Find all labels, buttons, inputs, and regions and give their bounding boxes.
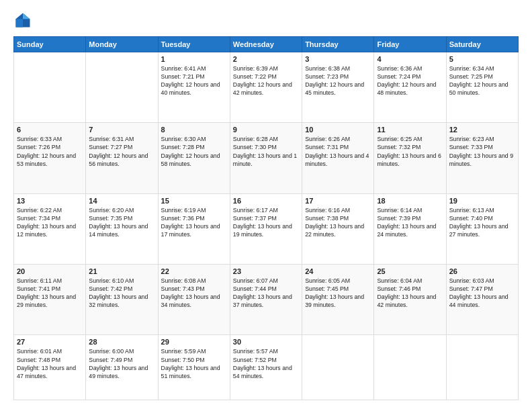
calendar-week-2: 6Sunrise: 6:33 AM Sunset: 7:26 PM Daylig… xyxy=(14,123,519,193)
day-number: 9 xyxy=(233,126,299,134)
day-number: 8 xyxy=(161,126,227,134)
day-info: Sunrise: 6:38 AM Sunset: 7:23 PM Dayligh… xyxy=(305,64,371,97)
day-info: Sunrise: 6:01 AM Sunset: 7:48 PM Dayligh… xyxy=(17,347,83,380)
calendar-week-5: 27Sunrise: 6:01 AM Sunset: 7:48 PM Dayli… xyxy=(14,335,519,400)
day-number: 30 xyxy=(233,338,299,346)
calendar-cell xyxy=(374,335,446,400)
calendar-cell: 14Sunrise: 6:20 AM Sunset: 7:35 PM Dayli… xyxy=(86,193,158,264)
calendar-cell: 16Sunrise: 6:17 AM Sunset: 7:37 PM Dayli… xyxy=(230,193,302,264)
header xyxy=(13,11,519,30)
calendar-cell: 21Sunrise: 6:10 AM Sunset: 7:42 PM Dayli… xyxy=(86,265,158,335)
calendar-cell: 30Sunrise: 5:57 AM Sunset: 7:52 PM Dayli… xyxy=(230,335,302,400)
day-info: Sunrise: 6:04 AM Sunset: 7:46 PM Dayligh… xyxy=(377,277,443,310)
day-info: Sunrise: 6:16 AM Sunset: 7:38 PM Dayligh… xyxy=(305,206,371,239)
day-number: 28 xyxy=(89,338,154,346)
day-number: 11 xyxy=(377,126,443,134)
weekday-header-row: SundayMondayTuesdayWednesdayThursdayFrid… xyxy=(14,37,519,52)
day-info: Sunrise: 6:00 AM Sunset: 7:49 PM Dayligh… xyxy=(89,347,154,380)
calendar-cell: 11Sunrise: 6:25 AM Sunset: 7:32 PM Dayli… xyxy=(374,123,446,193)
calendar-cell: 12Sunrise: 6:23 AM Sunset: 7:33 PM Dayli… xyxy=(446,123,518,193)
calendar-cell: 1Sunrise: 6:41 AM Sunset: 7:21 PM Daylig… xyxy=(158,52,230,123)
calendar-cell xyxy=(14,52,86,123)
day-info: Sunrise: 6:34 AM Sunset: 7:25 PM Dayligh… xyxy=(449,64,515,97)
weekday-header-wednesday: Wednesday xyxy=(230,37,302,52)
day-number: 20 xyxy=(17,267,83,275)
day-number: 6 xyxy=(17,126,83,134)
calendar-cell: 15Sunrise: 6:19 AM Sunset: 7:36 PM Dayli… xyxy=(158,193,230,264)
calendar-cell: 6Sunrise: 6:33 AM Sunset: 7:26 PM Daylig… xyxy=(14,123,86,193)
day-number: 15 xyxy=(161,197,227,205)
day-number: 5 xyxy=(449,55,515,63)
calendar-cell: 4Sunrise: 6:36 AM Sunset: 7:24 PM Daylig… xyxy=(374,52,446,123)
calendar-cell: 24Sunrise: 6:05 AM Sunset: 7:45 PM Dayli… xyxy=(302,265,374,335)
calendar-cell: 23Sunrise: 6:07 AM Sunset: 7:44 PM Dayli… xyxy=(230,265,302,335)
day-info: Sunrise: 6:30 AM Sunset: 7:28 PM Dayligh… xyxy=(161,135,227,168)
day-number: 18 xyxy=(377,197,443,205)
day-info: Sunrise: 6:39 AM Sunset: 7:22 PM Dayligh… xyxy=(233,64,299,97)
logo-icon xyxy=(13,11,32,30)
day-info: Sunrise: 6:05 AM Sunset: 7:45 PM Dayligh… xyxy=(305,277,371,310)
calendar-cell: 29Sunrise: 5:59 AM Sunset: 7:50 PM Dayli… xyxy=(158,335,230,400)
weekday-header-friday: Friday xyxy=(374,37,446,52)
day-info: Sunrise: 6:08 AM Sunset: 7:43 PM Dayligh… xyxy=(161,277,227,310)
day-info: Sunrise: 6:28 AM Sunset: 7:30 PM Dayligh… xyxy=(233,135,299,168)
calendar-cell: 25Sunrise: 6:04 AM Sunset: 7:46 PM Dayli… xyxy=(374,265,446,335)
calendar-cell: 19Sunrise: 6:13 AM Sunset: 7:40 PM Dayli… xyxy=(446,193,518,264)
day-number: 14 xyxy=(89,197,154,205)
calendar-week-1: 1Sunrise: 6:41 AM Sunset: 7:21 PM Daylig… xyxy=(14,52,519,123)
day-info: Sunrise: 6:20 AM Sunset: 7:35 PM Dayligh… xyxy=(89,206,154,239)
calendar-cell: 3Sunrise: 6:38 AM Sunset: 7:23 PM Daylig… xyxy=(302,52,374,123)
day-info: Sunrise: 6:17 AM Sunset: 7:37 PM Dayligh… xyxy=(233,206,299,239)
svg-marker-1 xyxy=(23,13,30,19)
day-number: 2 xyxy=(233,55,299,63)
weekday-header-thursday: Thursday xyxy=(302,37,374,52)
logo xyxy=(13,11,35,30)
weekday-header-sunday: Sunday xyxy=(14,37,86,52)
calendar-cell: 27Sunrise: 6:01 AM Sunset: 7:48 PM Dayli… xyxy=(14,335,86,400)
day-info: Sunrise: 6:25 AM Sunset: 7:32 PM Dayligh… xyxy=(377,135,443,168)
day-number: 13 xyxy=(17,197,83,205)
day-number: 25 xyxy=(377,267,443,275)
day-number: 22 xyxy=(161,267,227,275)
day-info: Sunrise: 6:31 AM Sunset: 7:27 PM Dayligh… xyxy=(89,135,154,168)
weekday-header-saturday: Saturday xyxy=(446,37,518,52)
day-info: Sunrise: 5:59 AM Sunset: 7:50 PM Dayligh… xyxy=(161,347,227,380)
day-info: Sunrise: 6:13 AM Sunset: 7:40 PM Dayligh… xyxy=(449,206,515,239)
calendar-cell: 7Sunrise: 6:31 AM Sunset: 7:27 PM Daylig… xyxy=(86,123,158,193)
day-number: 19 xyxy=(449,197,515,205)
calendar-cell: 13Sunrise: 6:22 AM Sunset: 7:34 PM Dayli… xyxy=(14,193,86,264)
page: SundayMondayTuesdayWednesdayThursdayFrid… xyxy=(0,0,532,411)
day-info: Sunrise: 6:07 AM Sunset: 7:44 PM Dayligh… xyxy=(233,277,299,310)
day-number: 23 xyxy=(233,267,299,275)
day-info: Sunrise: 6:36 AM Sunset: 7:24 PM Dayligh… xyxy=(377,64,443,97)
calendar-cell: 10Sunrise: 6:26 AM Sunset: 7:31 PM Dayli… xyxy=(302,123,374,193)
day-info: Sunrise: 6:10 AM Sunset: 7:42 PM Dayligh… xyxy=(89,277,154,310)
day-number: 3 xyxy=(305,55,371,63)
calendar-cell xyxy=(446,335,518,400)
day-number: 10 xyxy=(305,126,371,134)
calendar-cell: 8Sunrise: 6:30 AM Sunset: 7:28 PM Daylig… xyxy=(158,123,230,193)
day-info: Sunrise: 6:11 AM Sunset: 7:41 PM Dayligh… xyxy=(17,277,83,310)
day-number: 1 xyxy=(161,55,227,63)
weekday-header-tuesday: Tuesday xyxy=(158,37,230,52)
calendar-cell: 9Sunrise: 6:28 AM Sunset: 7:30 PM Daylig… xyxy=(230,123,302,193)
calendar-cell: 2Sunrise: 6:39 AM Sunset: 7:22 PM Daylig… xyxy=(230,52,302,123)
svg-marker-2 xyxy=(16,19,24,27)
day-number: 26 xyxy=(449,267,515,275)
day-info: Sunrise: 6:33 AM Sunset: 7:26 PM Dayligh… xyxy=(17,135,83,168)
day-info: Sunrise: 5:57 AM Sunset: 7:52 PM Dayligh… xyxy=(233,347,299,380)
day-info: Sunrise: 6:19 AM Sunset: 7:36 PM Dayligh… xyxy=(161,206,227,239)
day-info: Sunrise: 6:26 AM Sunset: 7:31 PM Dayligh… xyxy=(305,135,371,168)
day-number: 12 xyxy=(449,126,515,134)
calendar-cell: 22Sunrise: 6:08 AM Sunset: 7:43 PM Dayli… xyxy=(158,265,230,335)
day-number: 24 xyxy=(305,267,371,275)
day-number: 27 xyxy=(17,338,83,346)
day-number: 21 xyxy=(89,267,154,275)
calendar-cell: 18Sunrise: 6:14 AM Sunset: 7:39 PM Dayli… xyxy=(374,193,446,264)
calendar-cell: 26Sunrise: 6:03 AM Sunset: 7:47 PM Dayli… xyxy=(446,265,518,335)
day-number: 4 xyxy=(377,55,443,63)
day-number: 7 xyxy=(89,126,154,134)
day-info: Sunrise: 6:14 AM Sunset: 7:39 PM Dayligh… xyxy=(377,206,443,239)
calendar-week-4: 20Sunrise: 6:11 AM Sunset: 7:41 PM Dayli… xyxy=(14,265,519,335)
day-info: Sunrise: 6:03 AM Sunset: 7:47 PM Dayligh… xyxy=(449,277,515,310)
